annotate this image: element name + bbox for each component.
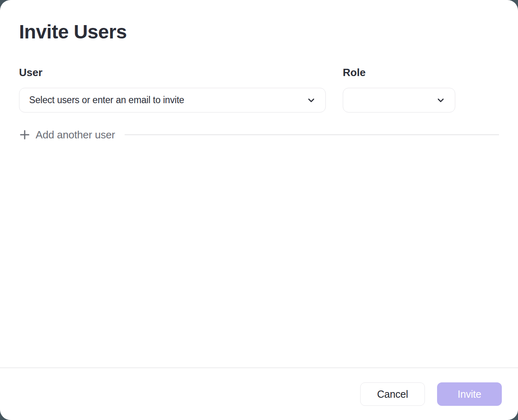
plus-icon [19, 129, 30, 140]
user-select[interactable]: Select users or enter an email to invite [19, 88, 326, 112]
add-another-user-button[interactable]: Add another user [19, 129, 115, 141]
add-another-user-label: Add another user [36, 129, 115, 141]
user-field-group: User Select users or enter an email to i… [19, 66, 326, 112]
add-user-divider [125, 134, 499, 135]
page-title: Invite Users [19, 22, 499, 42]
chevron-down-icon [307, 96, 316, 105]
invite-button[interactable]: Invite [437, 382, 502, 406]
role-select[interactable] [343, 88, 455, 112]
chevron-down-icon [436, 96, 445, 105]
user-field-label: User [19, 66, 326, 78]
dialog-footer: Cancel Invite [0, 367, 518, 420]
cancel-button[interactable]: Cancel [360, 382, 425, 406]
invite-users-dialog: Invite Users User Select users or enter … [0, 0, 518, 420]
role-field-group: Role [343, 66, 455, 112]
user-select-placeholder: Select users or enter an email to invite [29, 95, 184, 106]
add-user-row: Add another user [19, 125, 499, 145]
role-field-label: Role [343, 66, 455, 78]
invite-row: User Select users or enter an email to i… [19, 66, 499, 112]
dialog-body: Invite Users User Select users or enter … [0, 0, 518, 367]
